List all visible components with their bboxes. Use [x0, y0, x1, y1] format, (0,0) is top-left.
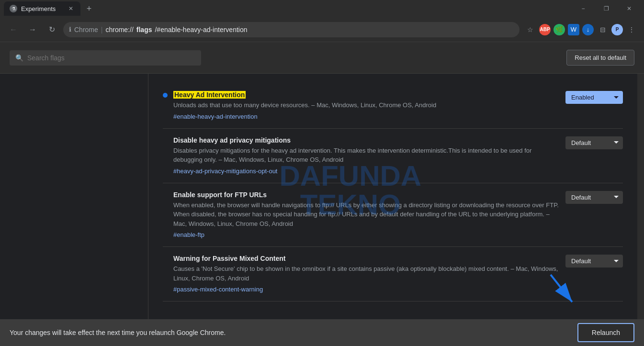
url-bar[interactable]: ℹ Chrome | chrome://flags/#enable-heavy-… [63, 22, 520, 37]
cast-button[interactable]: ⊟ [596, 23, 610, 36]
flag-inactive-dot [163, 138, 168, 143]
tab-close-button[interactable]: ✕ [67, 5, 75, 12]
flag-body-ftp: Enable support for FTP URLs When enabled… [173, 191, 560, 239]
flag-control-heavy-ad: Default Enabled Disabled [565, 91, 623, 104]
back-button[interactable]: ← [6, 22, 21, 37]
flag-link-mixed-content[interactable]: #passive-mixed-content-warning [173, 286, 263, 293]
flag-link-ftp[interactable]: #enable-ftp [173, 231, 204, 238]
flag-title-privacy: Disable heavy ad privacy mitigations [173, 136, 560, 144]
flag-item-privacy: Disable heavy ad privacy mitigations Dis… [163, 129, 623, 183]
search-icon: 🔍 [15, 54, 23, 62]
profile-avatar[interactable]: P [611, 24, 623, 35]
menu-button[interactable]: ⋮ [625, 23, 638, 36]
forward-button[interactable]: → [25, 22, 40, 37]
scrollbar[interactable] [637, 74, 644, 346]
flag-link-heavy-ad[interactable]: #enable-heavy-ad-intervention [173, 113, 258, 120]
flag-title-ftp: Enable support for FTP URLs [173, 191, 560, 199]
site-info-icon: ℹ [69, 26, 71, 33]
search-input-wrapper: 🔍 [10, 50, 201, 66]
flag-desc-ftp: When enabled, the browser will handle na… [173, 201, 560, 229]
flag-select-privacy[interactable]: Default Enabled Disabled [565, 136, 623, 149]
bottom-message: Your changes will take effect the next t… [10, 329, 226, 336]
url-separator: | [101, 26, 103, 33]
flag-select-mixed-content[interactable]: Default Enabled Disabled [565, 255, 623, 268]
flag-body-mixed-content: Warning for Passive Mixed Content Causes… [173, 255, 560, 293]
flag-desc-mixed-content: Causes a 'Not Secure' chip to be shown i… [173, 264, 560, 283]
flag-title-highlighted: Heavy Ad Intervention [173, 91, 246, 99]
url-text: chrome:// [105, 26, 133, 33]
url-bold: flags [136, 26, 152, 33]
flag-select-ftp[interactable]: Default Enabled Disabled [565, 191, 623, 204]
flag-mixed-dot [163, 257, 168, 261]
flag-control-ftp: Default Enabled Disabled [565, 191, 623, 204]
search-area: 🔍 Reset all to default [0, 42, 644, 74]
titlebar: ⚗ Experiments ✕ + − ❐ ✕ [0, 0, 644, 17]
close-button[interactable]: ✕ [618, 0, 640, 17]
flag-body-heavy-ad: Heavy Ad Intervention Unloads ads that u… [173, 91, 560, 121]
tab-area: ⚗ Experiments ✕ + [4, 0, 96, 17]
tab-title: Experiments [21, 5, 63, 12]
window-controls: − ❐ ✕ [572, 0, 640, 17]
url-rest: /#enable-heavy-ad-intervention [155, 26, 247, 33]
extension-green-icon[interactable]: 🌿 [554, 24, 565, 35]
address-bar: ← → ↻ ℹ Chrome | chrome://flags/#enable-… [0, 17, 644, 42]
flag-item-heavy-ad: Heavy Ad Intervention Unloads ads that u… [163, 83, 623, 129]
flag-desc-privacy: Disables privacy mitigations for the hea… [173, 146, 560, 165]
url-brand: Chrome [74, 26, 98, 33]
flag-ftp-dot [163, 193, 168, 198]
flag-item-mixed-content: Warning for Passive Mixed Content Causes… [163, 247, 623, 301]
extension-download-icon[interactable]: ↓ [582, 24, 594, 35]
toolbar-icons: ☆ ABP 🌿 W ↓ ⊟ P ⋮ [523, 23, 638, 36]
bottom-bar: Your changes will take effect the next t… [0, 319, 644, 346]
flag-control-mixed-content: Default Enabled Disabled [565, 255, 623, 268]
new-tab-button[interactable]: + [82, 2, 96, 15]
flag-desc-heavy-ad: Unloads ads that use too many device res… [173, 100, 560, 110]
active-tab[interactable]: ⚗ Experiments ✕ [4, 1, 80, 16]
flag-title-mixed-content: Warning for Passive Mixed Content [173, 255, 560, 262]
flag-select-heavy-ad[interactable]: Default Enabled Disabled [565, 91, 623, 104]
left-panel [0, 74, 148, 346]
minimize-button[interactable]: − [572, 0, 594, 17]
flag-active-dot [163, 93, 168, 98]
flag-control-privacy: Default Enabled Disabled [565, 136, 623, 149]
tab-favicon: ⚗ [10, 5, 17, 12]
flag-title-heavy-ad: Heavy Ad Intervention [173, 91, 560, 99]
maximize-button[interactable]: ❐ [595, 0, 617, 17]
adblock-extension-icon[interactable]: ABP [539, 24, 551, 35]
flag-item-ftp: Enable support for FTP URLs When enabled… [163, 183, 623, 247]
relaunch-button[interactable]: Relaunch [577, 323, 634, 342]
bookmark-button[interactable]: ☆ [523, 23, 537, 36]
flags-list: Heavy Ad Intervention Unloads ads that u… [148, 74, 637, 346]
reset-all-button[interactable]: Reset all to default [566, 50, 634, 66]
extension-blue-icon[interactable]: W [568, 24, 579, 35]
search-input[interactable] [27, 54, 195, 62]
flag-link-privacy[interactable]: #heavy-ad-privacy-mitigations-opt-out [173, 167, 277, 175]
flag-body-privacy: Disable heavy ad privacy mitigations Dis… [173, 136, 560, 175]
flags-content: Heavy Ad Intervention Unloads ads that u… [163, 83, 623, 301]
main-content: Heavy Ad Intervention Unloads ads that u… [0, 74, 644, 346]
refresh-button[interactable]: ↻ [44, 22, 59, 37]
